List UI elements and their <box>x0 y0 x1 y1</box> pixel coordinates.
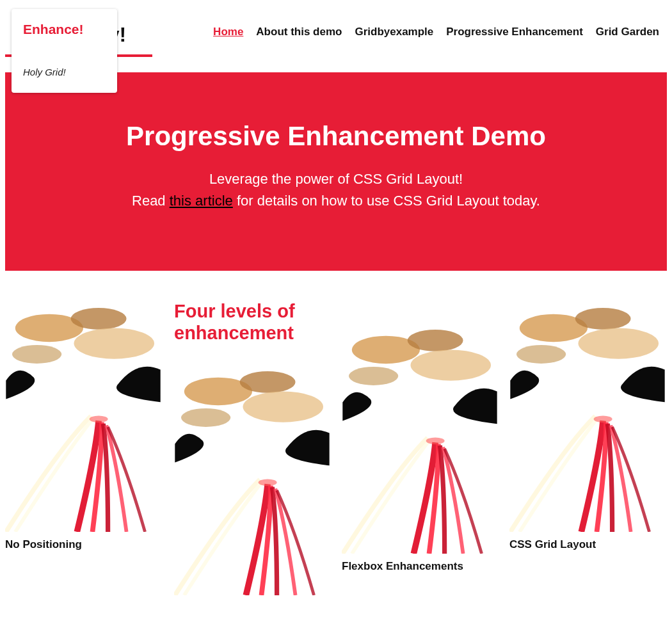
card-caption-css-grid: CSS Grid Layout <box>509 538 666 551</box>
nav-gridbyexample[interactable]: Gridbyexample <box>355 26 433 38</box>
enhancement-cards-section: Four levels of enhancement No Positionin… <box>0 271 672 604</box>
card-caption-flexbox: Flexbox Enhancements <box>342 560 498 573</box>
hero-heading: Progressive Enhancement Demo <box>31 121 641 152</box>
hero-line-2-pre: Read <box>132 193 170 209</box>
hero-article-link[interactable]: this article <box>170 193 233 209</box>
hero-line-2-post: for details on how to use CSS Grid Layou… <box>233 193 540 209</box>
nav-grid-garden[interactable]: Grid Garden <box>596 26 659 38</box>
card-caption-floated-layout: Floated Layout <box>174 602 330 604</box>
overlay-title: Enhance! <box>23 22 106 37</box>
card-flexbox: Flexbox Enhancements <box>342 322 498 573</box>
nav-about[interactable]: About this demo <box>256 26 342 38</box>
traffic-image-icon <box>5 300 161 532</box>
traffic-image-icon <box>509 300 666 532</box>
traffic-image-icon <box>342 322 498 554</box>
main-nav: Home About this demo Gridbyexample Progr… <box>213 26 659 38</box>
section-title: Four levels of enhancement <box>174 300 315 344</box>
nav-home[interactable]: Home <box>213 26 243 38</box>
overlay-subtitle: Holy Grid! <box>23 67 106 77</box>
hero-line-2: Read this article for details on how to … <box>31 190 641 212</box>
nav-progressive-enhancement[interactable]: Progressive Enhancement <box>446 26 583 38</box>
traffic-image-icon <box>174 364 330 595</box>
card-css-grid: CSS Grid Layout <box>509 300 666 551</box>
card-no-positioning: No Positioning <box>5 300 161 551</box>
hero-line-1: Leverage the power of CSS Grid Layout! <box>31 168 641 190</box>
hero-banner: Progressive Enhancement Demo Leverage th… <box>5 72 667 271</box>
card-floated-layout: Floated Layout <box>174 364 330 604</box>
card-caption-no-positioning: No Positioning <box>5 538 161 551</box>
enhance-overlay-card: Enhance! Holy Grid! <box>12 9 117 93</box>
